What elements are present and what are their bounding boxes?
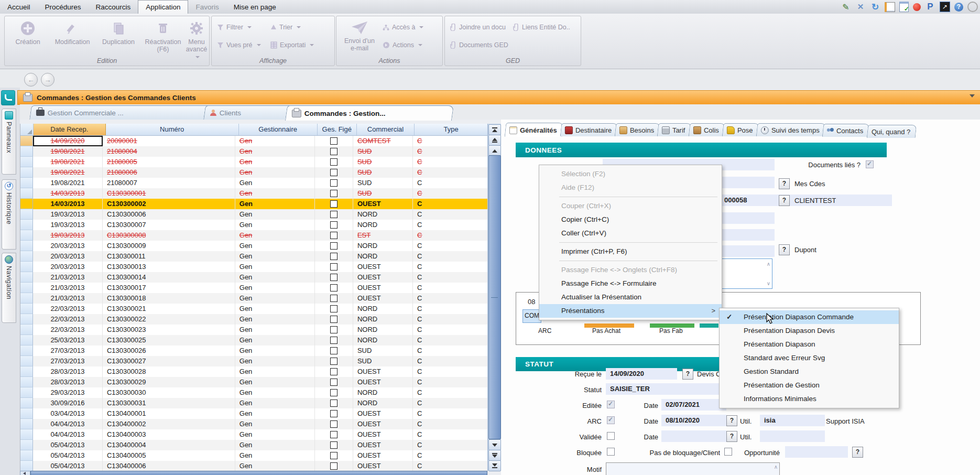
scroll-down-button[interactable]: [488, 439, 501, 450]
forward-button[interactable]: →: [41, 73, 55, 87]
row-header-cell[interactable]: [20, 450, 33, 461]
row-header-cell[interactable]: [20, 146, 33, 157]
sidebar-tab-historique[interactable]: Historique: [2, 179, 16, 250]
table-row[interactable]: 21/03/2013C130300017GenOUESTC: [20, 283, 488, 293]
table-row[interactable]: 27/03/2013C130300026GenSUDC: [20, 346, 488, 356]
help-icon[interactable]: [954, 3, 963, 12]
column-header-commercial[interactable]: Commercial: [357, 124, 415, 135]
row-header-cell[interactable]: [20, 408, 33, 419]
notebook-icon[interactable]: [885, 2, 895, 12]
table-row[interactable]: 28/03/2013C130300028GenOUESTC: [20, 366, 488, 377]
back-button[interactable]: ←: [24, 73, 38, 87]
scrollbar-thumb[interactable]: [488, 155, 501, 439]
bloquee-checkbox[interactable]: [607, 448, 615, 456]
submenu-item-gestion-standard[interactable]: Gestion Standard: [720, 365, 899, 379]
table-row[interactable]: 20/03/2013C130300009GenNORDC: [20, 241, 488, 251]
table-row[interactable]: 29/03/2013C130300030GenNORDC: [20, 387, 488, 398]
column-header-date-recep-[interactable]: Date Recep.: [34, 124, 106, 135]
detail-tab-3[interactable]: Besoins: [615, 123, 661, 136]
row-header-cell[interactable]: [20, 220, 33, 230]
row-header-cell[interactable]: [20, 325, 33, 335]
table-row[interactable]: 14/09/202020090001GenCOMTESTC: [20, 136, 488, 146]
submenu-item-pr-sentation-diapason-commande[interactable]: Présentation Diapason Commande✓: [720, 310, 899, 324]
mes-cdes-help-button[interactable]: ?: [779, 178, 790, 189]
filtrer-button[interactable]: Filtrer: [217, 24, 252, 31]
scroll-top-button[interactable]: [488, 124, 501, 135]
table-row[interactable]: 19/03/2013C130300008GenESTC: [20, 230, 488, 241]
client-help-button[interactable]: ?: [779, 195, 790, 206]
detail-tab-6[interactable]: Pose: [722, 123, 759, 136]
checkbox-icon[interactable]: [330, 368, 337, 375]
row-header-cell[interactable]: [20, 346, 33, 356]
checkbox-icon[interactable]: [330, 253, 337, 260]
checkbox-icon[interactable]: [330, 305, 337, 312]
table-row[interactable]: 19/08/202121080007GenSUDC: [20, 178, 488, 188]
row-header-cell[interactable]: [20, 262, 33, 272]
checkbox-icon[interactable]: [330, 169, 337, 176]
row-header-cell[interactable]: [20, 272, 33, 283]
exportation-button[interactable]: Exportati: [270, 41, 314, 49]
arrow-box-icon[interactable]: [940, 2, 950, 12]
checkbox-icon[interactable]: [330, 190, 337, 197]
table-row[interactable]: 22/03/2013C130300023GenNORDC: [20, 325, 488, 335]
submenu-item-standard-avec-erreur-svg[interactable]: Standard avec Erreur Svg: [720, 351, 899, 365]
table-row[interactable]: 20/03/2013C130300011GenNORDC: [20, 251, 488, 262]
actions-button[interactable]: Actions: [383, 41, 422, 49]
menubar-item-favoris[interactable]: Favoris: [188, 1, 226, 14]
sign-edit-icon[interactable]: [841, 2, 851, 12]
table-row[interactable]: 21/03/2013C130300018GenOUESTC: [20, 293, 488, 304]
detail-tab-2[interactable]: Destinataire: [560, 123, 618, 136]
table-row[interactable]: 30/09/2016C130300031GenNORDC: [20, 398, 488, 408]
menu-item-coller-ctrl-v-[interactable]: Coller (Ctrl+V): [539, 226, 722, 240]
partial-icon[interactable]: [967, 2, 978, 12]
row-header-cell[interactable]: [20, 241, 33, 251]
submenu-item-pr-sentation-diapason[interactable]: Présentation Diapason: [720, 338, 899, 351]
titlebar-dropdown-icon[interactable]: [970, 94, 975, 98]
row-header-cell[interactable]: [20, 387, 33, 398]
table-row[interactable]: 05/04/2013C130400005GenOUESTC: [20, 450, 488, 461]
row-header-cell[interactable]: [20, 136, 33, 146]
motif-textarea[interactable]: ∧: [606, 462, 780, 475]
scrollbar-thumb[interactable]: [30, 471, 487, 475]
table-row[interactable]: 21/03/2013C130300014GenOUESTC: [20, 272, 488, 283]
scroll-up-button[interactable]: [488, 145, 501, 156]
checkbox-icon[interactable]: [330, 242, 337, 250]
vues-pre-button[interactable]: Vues pré: [217, 41, 261, 49]
row-header-cell[interactable]: [20, 314, 33, 325]
checkbox-icon[interactable]: [330, 452, 337, 459]
submenu-item-pr-sentation-de-gestion[interactable]: Présentation de Gestion: [720, 379, 899, 392]
row-header-cell[interactable]: [20, 304, 33, 314]
table-row[interactable]: 14/03/2013C130300002GenOUESTC: [20, 199, 488, 209]
close-x-icon[interactable]: [855, 2, 866, 12]
checkbox-icon[interactable]: [330, 158, 337, 166]
table-row[interactable]: 04/04/2013C130400003GenOUESTC: [20, 429, 488, 440]
checkbox-icon[interactable]: [330, 179, 337, 187]
validee-date-field[interactable]: [661, 430, 726, 442]
arc-util-help-button[interactable]: ?: [726, 415, 737, 426]
panel-toggle-button[interactable]: [1, 90, 15, 105]
checkbox-icon[interactable]: [330, 358, 337, 365]
opportunite-help-button[interactable]: ?: [852, 447, 863, 458]
table-row[interactable]: 25/03/2013C130300025GenNORDC: [20, 335, 488, 346]
table-row[interactable]: 05/04/2013C130400004GenOUESTC: [20, 440, 488, 450]
chevron-up-icon[interactable]: ∧: [774, 464, 778, 470]
submenu-item-informations-minimales[interactable]: Informations Minimales: [720, 392, 899, 406]
table-row[interactable]: 22/03/2013C130300021GenNORDC: [20, 304, 488, 314]
vertical-scrollbar[interactable]: [487, 124, 501, 471]
table-row[interactable]: 19/08/202121080005GenSUDC: [20, 157, 488, 167]
column-header-gestionnaire[interactable]: Gestionnaire: [239, 124, 318, 135]
checkbox-icon[interactable]: [330, 326, 337, 333]
checkbox-icon[interactable]: [330, 232, 337, 239]
page-down-button[interactable]: [488, 450, 501, 461]
checkbox-icon[interactable]: [330, 337, 337, 344]
table-row[interactable]: 27/03/2013C130300027GenSUDC: [20, 356, 488, 366]
arc-checkbox[interactable]: [607, 416, 615, 424]
opportunite-field[interactable]: [785, 446, 848, 458]
scroll-bottom-button[interactable]: [488, 460, 501, 471]
detail-tab-9[interactable]: Qui, quand ?: [866, 125, 917, 138]
select-all-header[interactable]: [20, 124, 34, 135]
checkbox-icon[interactable]: [330, 211, 337, 218]
menu-item-passage-fiche-formulaire[interactable]: Passage Fiche <-> Formulaire: [539, 277, 722, 290]
submenu-item-pr-sentation-diapason-devis[interactable]: Présentation Diapason Devis: [720, 324, 899, 338]
table-row[interactable]: 22/03/2013C130300022GenNORDC: [20, 314, 488, 325]
